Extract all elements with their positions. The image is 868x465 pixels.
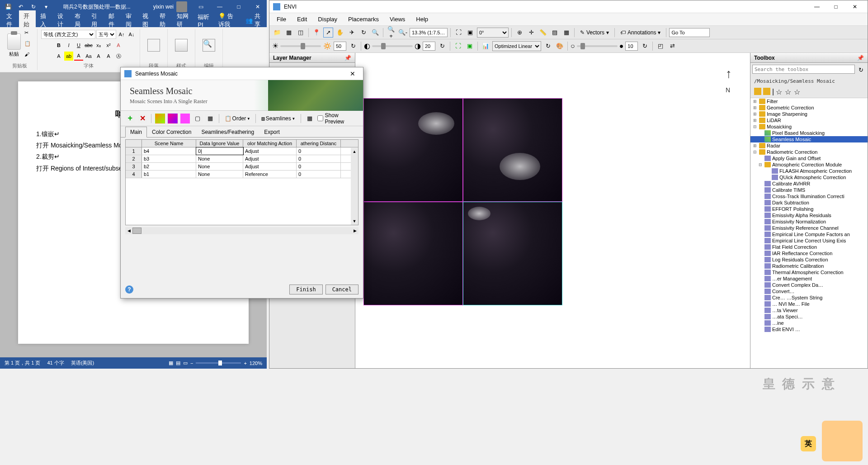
ime-indicator[interactable]: 英: [801, 436, 816, 451]
tree-tool[interactable]: Emissivity Reference Channel: [750, 225, 868, 231]
cell-ignore[interactable]: None: [196, 155, 243, 162]
data-manager-icon[interactable]: ▦: [284, 28, 294, 38]
transparency-input[interactable]: [625, 42, 638, 51]
remove-scene-button[interactable]: ✕: [138, 114, 148, 123]
shrink-font-icon[interactable]: A↓: [127, 30, 136, 39]
scroll-left-icon[interactable]: ◀: [125, 227, 132, 234]
tell-me[interactable]: 💡 告诉我: [214, 10, 241, 30]
tree-tool[interactable]: …ta Viewer: [750, 307, 868, 313]
tree-tool[interactable]: …ine: [750, 320, 868, 326]
show-preview-checkbox[interactable]: Show Preview: [317, 112, 359, 125]
cell-feathering[interactable]: 0: [297, 155, 341, 162]
zoom-in-icon[interactable]: +: [244, 361, 246, 366]
cell-scene[interactable]: b3: [142, 155, 196, 162]
col-feathering[interactable]: athering Distanc: [297, 140, 341, 147]
tab-main[interactable]: Main: [125, 127, 147, 138]
finish-button[interactable]: Finish: [289, 285, 322, 294]
tree-tool[interactable]: IAR Reflectance Correction: [750, 250, 868, 256]
tab-export[interactable]: Export: [259, 127, 285, 138]
tree-tool[interactable]: Radiometric Calibration: [750, 263, 868, 269]
tree-folder[interactable]: ⊟Mosaicking: [750, 123, 868, 130]
table-row[interactable]: 1b40|Adjust0: [126, 147, 358, 155]
view-mode-icon[interactable]: ▦: [169, 360, 173, 366]
color-tool3-icon[interactable]: [180, 114, 190, 123]
tab-mailings[interactable]: 邮件: [104, 10, 121, 30]
vectors-dropdown[interactable]: ✎ Vectors ▾: [577, 28, 612, 37]
clear-format-icon[interactable]: A: [114, 41, 123, 50]
font-name-select[interactable]: 等线 (西文正文): [41, 30, 95, 39]
tree-tool[interactable]: … NVI Me… File: [750, 301, 868, 307]
paste-button[interactable]: 粘贴: [5, 32, 23, 59]
underline-button[interactable]: U: [74, 41, 83, 50]
qat-more-icon[interactable]: ▾: [42, 2, 51, 11]
scroll-thumb[interactable]: [132, 228, 142, 234]
cell-feathering[interactable]: 0: [297, 147, 341, 155]
char-border-icon[interactable]: Ⓐ: [114, 52, 123, 61]
reset-transparency-icon[interactable]: ↻: [640, 41, 650, 51]
tree-tool[interactable]: Cre… …System String: [750, 294, 868, 301]
measure-icon[interactable]: 📏: [538, 28, 548, 38]
star-icon[interactable]: ☆: [785, 88, 792, 95]
highlight-icon[interactable]: ab: [64, 52, 73, 61]
cell-matching[interactable]: Reference: [243, 171, 297, 178]
roi-icon[interactable]: ▨: [550, 28, 560, 38]
expander-icon[interactable]: ⊞: [752, 99, 758, 104]
shrink-font2-icon[interactable]: A: [104, 52, 113, 61]
undo-icon[interactable]: ↶: [16, 2, 25, 11]
view-mode-icon[interactable]: ▤: [176, 360, 180, 366]
share-button[interactable]: 👥 共享: [241, 12, 265, 28]
zoom-in-icon[interactable]: 🔍+: [386, 28, 396, 38]
zoom-full-icon[interactable]: ▣: [465, 28, 475, 38]
cell-scene[interactable]: b1: [142, 171, 196, 178]
scroll-up-icon[interactable]: ▲: [351, 148, 358, 155]
fly-icon[interactable]: ✈: [347, 28, 357, 38]
seamlines-dropdown[interactable]: ▨ Seamlines ▾: [259, 114, 297, 123]
tree-tool[interactable]: EFFORT Polishing: [750, 206, 868, 212]
scroll-down-icon[interactable]: ▼: [351, 218, 358, 225]
tree-tool[interactable]: Flat Field Correction: [750, 244, 868, 250]
cell-matching[interactable]: Adjust: [243, 147, 297, 155]
dialog-titlebar[interactable]: Seamless Mosaic ✕: [121, 67, 363, 80]
tree-folder[interactable]: ⊞LiDAR: [750, 117, 868, 123]
view-mode-icon[interactable]: ▭: [183, 360, 188, 366]
cell-scene[interactable]: b4: [142, 147, 196, 155]
add-scene-button[interactable]: +: [125, 114, 135, 123]
annotations-dropdown[interactable]: 🏷 Annotations ▾: [618, 28, 663, 37]
tree-tool[interactable]: Convert…: [750, 288, 868, 294]
zoom-out-icon[interactable]: −: [190, 361, 193, 366]
expander-icon[interactable]: ⊞: [752, 143, 758, 148]
expander-icon[interactable]: ⊞: [752, 118, 758, 123]
tree-tool[interactable]: Cross-Track Illumination Correcti: [750, 193, 868, 199]
toolbox-tree[interactable]: ⊞Filter⊞Geometric Correction⊞Image Sharp…: [750, 98, 868, 368]
cell-feathering[interactable]: 0: [297, 163, 341, 170]
tab-references[interactable]: 引用: [87, 10, 104, 30]
transparency-slider[interactable]: [577, 45, 618, 47]
refresh-stretch-icon[interactable]: ↻: [543, 41, 553, 51]
recalc-icon[interactable]: ▢: [193, 114, 203, 123]
grid-icon[interactable]: ▦: [561, 28, 571, 38]
tree-tool[interactable]: Apply Gain and Offset: [750, 155, 868, 161]
tree-tool[interactable]: Calibrate AVHRR: [750, 180, 868, 187]
zoom-input[interactable]: [410, 28, 448, 37]
expander-icon[interactable]: ⊟: [758, 162, 763, 167]
folder-open-icon[interactable]: [763, 88, 770, 95]
zoom-out-icon[interactable]: 🔍-: [398, 28, 408, 38]
rotate-input[interactable]: 0°: [477, 28, 509, 38]
goto-input[interactable]: [669, 28, 710, 37]
table-row[interactable]: 2b3NoneAdjust0: [126, 155, 358, 163]
close-icon[interactable]: ✕: [249, 0, 267, 14]
word-count[interactable]: 41 个字: [47, 360, 64, 366]
band-select-icon[interactable]: 🎨: [555, 41, 565, 51]
styles-button[interactable]: [171, 37, 191, 53]
brightness-slider[interactable]: [280, 45, 321, 47]
envi-canvas[interactable]: ↑N: [355, 53, 750, 368]
page-count[interactable]: 第 1 页，共 1 页: [5, 360, 40, 366]
color-tool2-icon[interactable]: [168, 114, 178, 123]
chip-icon[interactable]: ◫: [296, 28, 306, 38]
strikethrough-button[interactable]: abc: [84, 41, 93, 50]
doc-language[interactable]: 英语(美国): [71, 360, 94, 366]
expander-icon[interactable]: ⊟: [752, 150, 758, 154]
tree-tool[interactable]: Edit ENVI …: [750, 326, 868, 332]
tree-tool[interactable]: Empirical Line Correct Using Exis: [750, 237, 868, 244]
save-icon[interactable]: 💾: [4, 2, 13, 11]
